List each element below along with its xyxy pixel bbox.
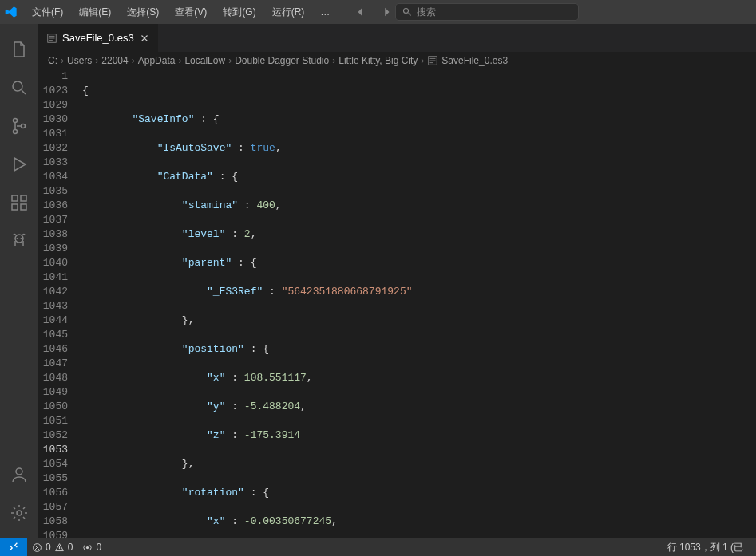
code-line: "CatData" : { [82, 170, 756, 184]
code-line: "SaveInfo" : { [82, 112, 756, 127]
search-icon[interactable] [0, 69, 38, 107]
line-number: 1039 [38, 242, 68, 256]
menu-run[interactable]: 运行(R) [266, 2, 311, 22]
svg-point-13 [17, 511, 22, 515]
line-number: 1054 [38, 457, 68, 471]
line-number: 1037 [38, 213, 68, 227]
code-line: "rotation" : { [82, 486, 756, 500]
extensions-icon[interactable] [0, 183, 38, 222]
line-number: 1048 [38, 371, 68, 385]
tab-savefile[interactable]: SaveFile_0.es3 [38, 24, 159, 52]
line-number: 1051 [38, 414, 68, 428]
code-content[interactable]: { "SaveInfo" : { "IsAutoSave" : true, "C… [82, 69, 756, 538]
line-number: 1030 [38, 112, 68, 127]
svg-rect-6 [21, 195, 26, 201]
line-number: 1058 [38, 515, 68, 529]
line-number: 1031 [38, 127, 68, 141]
svg-point-3 [14, 130, 18, 134]
code-line: "IsAutoSave" : true, [82, 141, 756, 156]
line-number: 1050 [38, 400, 68, 414]
line-number: 1034 [38, 170, 68, 184]
svg-point-2 [14, 119, 18, 123]
account-icon[interactable] [0, 455, 38, 494]
statusbar: 0 0 0 行 1053，列 1 (已 [0, 538, 756, 556]
menu-select[interactable]: 选择(S) [121, 2, 165, 22]
line-number: 1040 [38, 256, 68, 270]
code-line: "x" : 108.551117, [82, 371, 756, 385]
svg-rect-7 [12, 204, 18, 210]
ports-count: 0 [96, 542, 101, 553]
line-number: 1043 [38, 299, 68, 313]
menu-edit[interactable]: 编辑(E) [73, 2, 117, 22]
svg-point-17 [86, 546, 89, 548]
code-line: { [82, 84, 756, 98]
search-placeholder: 搜索 [417, 6, 436, 19]
line-number: 1044 [38, 313, 68, 328]
svg-point-11 [21, 238, 22, 239]
breadcrumb-item[interactable]: SaveFile_0.es3 [441, 55, 508, 66]
nav-forward-icon[interactable] [381, 6, 392, 18]
code-line: "y" : -5.488204, [82, 400, 756, 414]
source-control-icon[interactable] [0, 107, 38, 145]
breadcrumb-item[interactable]: Double Dagger Studio [235, 55, 329, 66]
breadcrumb-item[interactable]: C: [48, 55, 57, 66]
file-icon [427, 55, 438, 66]
remote-icon[interactable] [0, 538, 27, 556]
line-number: 1036 [38, 199, 68, 213]
breadcrumb-item[interactable]: 22004 [101, 55, 128, 66]
svg-point-4 [22, 124, 26, 128]
line-number: 1047 [38, 357, 68, 371]
menu-view[interactable]: 查看(V) [168, 2, 213, 22]
breadcrumb[interactable]: C:› Users› 22004› AppData› LocalLow› Dou… [38, 52, 756, 69]
tab-title: SaveFile_0.es3 [62, 32, 134, 44]
nav-arrows [355, 6, 392, 18]
code-line: "x" : -0.00350677245, [82, 515, 756, 529]
tab-bar: SaveFile_0.es3 [38, 24, 756, 52]
code-editor[interactable]: 1102310291030103110321033103410351036103… [38, 69, 756, 538]
line-number: 1056 [38, 486, 68, 500]
code-line: "z" : -175.3914 [82, 428, 756, 443]
line-number: 1057 [38, 500, 68, 515]
command-center-search[interactable]: 搜索 [395, 3, 579, 21]
status-cursor-position[interactable]: 行 1053，列 1 (已 [663, 541, 748, 554]
menu-goto[interactable]: 转到(G) [216, 2, 262, 22]
line-number: 1049 [38, 385, 68, 400]
line-number: 1023 [38, 84, 68, 98]
code-line: }, [82, 313, 756, 328]
svg-point-0 [404, 9, 409, 14]
line-number: 1055 [38, 471, 68, 486]
status-ports[interactable]: 0 [77, 542, 106, 553]
code-line: "parent" : { [82, 256, 756, 270]
breadcrumb-item[interactable]: AppData [138, 55, 176, 66]
copilot-icon[interactable] [0, 222, 38, 260]
svg-point-12 [16, 468, 22, 475]
close-icon[interactable] [139, 33, 150, 44]
svg-point-1 [13, 81, 22, 91]
code-line: }, [82, 457, 756, 471]
line-number: 1052 [38, 428, 68, 443]
line-number: 1042 [38, 285, 68, 299]
warning-icon [54, 542, 65, 553]
breadcrumb-item[interactable]: LocalLow [184, 55, 225, 66]
line-number: 1053 [38, 443, 68, 457]
breadcrumb-item[interactable]: Users [67, 55, 92, 66]
status-problems[interactable]: 0 0 [27, 542, 77, 553]
line-number: 1032 [38, 141, 68, 156]
gear-icon[interactable] [0, 494, 38, 532]
line-number: 1046 [38, 342, 68, 357]
explorer-icon[interactable] [0, 30, 38, 69]
line-number: 1035 [38, 184, 68, 199]
vscode-logo-icon [5, 6, 18, 18]
line-number: 1038 [38, 227, 68, 242]
menu-more[interactable]: … [314, 3, 336, 21]
activity-bar [0, 24, 38, 538]
run-debug-icon[interactable] [0, 145, 38, 183]
svg-rect-8 [21, 204, 26, 210]
error-count: 0 [46, 542, 51, 553]
menu-file[interactable]: 文件(F) [26, 2, 69, 22]
file-icon [46, 33, 57, 44]
nav-back-icon[interactable] [355, 6, 366, 18]
editor-area: SaveFile_0.es3 C:› Users› 22004› AppData… [38, 24, 756, 538]
breadcrumb-item[interactable]: Little Kitty, Big City [338, 55, 418, 66]
radio-icon [82, 542, 93, 553]
